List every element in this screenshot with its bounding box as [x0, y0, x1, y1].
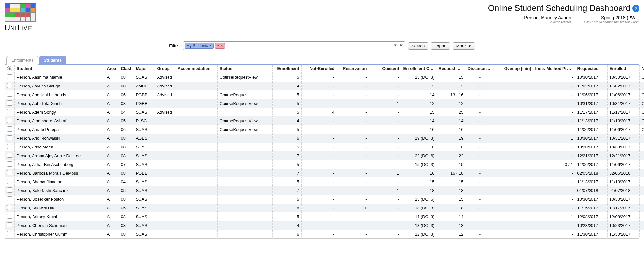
cell-accommodation — [176, 230, 217, 238]
col-not-enrolled[interactable]: Not-Enrolled — [301, 65, 337, 73]
cell-enrollment-credit: 15 (DO: 6) — [401, 195, 437, 204]
table-row[interactable]: Person, Albershardt AshrafA05PLSCCourseR… — [5, 116, 644, 125]
col-group[interactable]: Group — [155, 65, 176, 73]
cell-enrollment: 5 — [272, 160, 301, 169]
cell-enrollment-credit: 15 (DO: 3) — [401, 160, 437, 169]
col-note[interactable]: Note — [639, 65, 644, 73]
row-checkbox[interactable] — [7, 109, 12, 114]
export-button[interactable]: Export — [431, 42, 450, 50]
cell-request-credit: 25 — [437, 108, 466, 116]
table-row[interactable]: Person, Abhidipta GirishA08PGBBCourseReq… — [5, 99, 644, 108]
table-row[interactable]: Person, Chenqin SchumanA08SUAS4---13 (DO… — [5, 221, 644, 230]
col-area[interactable]: Area — [105, 65, 119, 73]
col-requested[interactable]: Requested — [575, 65, 607, 73]
row-checkbox[interactable] — [7, 92, 12, 97]
col-enrollment[interactable]: Enrollment — [272, 65, 301, 73]
row-checkbox[interactable] — [7, 153, 12, 158]
cell-accommodation — [176, 186, 217, 195]
table-row[interactable]: Person, Aric RichwalskiA08AGBS6---19 (DO… — [5, 134, 644, 143]
row-checkbox[interactable] — [7, 100, 12, 106]
cell-distance-conflicts: - — [466, 134, 495, 143]
table-row[interactable]: Person, Bhanot JianqiaoA04SUAS5---1515--… — [5, 177, 644, 186]
cell-requested: 11/02/2017 — [575, 82, 607, 90]
cell-group: Advised — [155, 73, 176, 82]
cell-group — [155, 195, 176, 204]
filter-chip-a[interactable]: A × — [215, 43, 225, 49]
table-row[interactable]: Person, Christopher GummA08SUAS6---12 (D… — [5, 230, 644, 238]
clear-icon[interactable]: ✕ — [399, 43, 403, 48]
cell-overlap — [495, 221, 533, 230]
table-row[interactable]: Person, Arisa MeekA08SUAS5---1616--10/30… — [5, 143, 644, 151]
col-enrollment-credit[interactable]: Enrollment Credit — [401, 65, 437, 73]
cell-request-credit: 18 — [437, 204, 466, 212]
user-name[interactable]: Person, Mauney Aarion — [524, 15, 571, 20]
cell-reservation: - — [337, 177, 369, 186]
logo[interactable]: UNITIME — [5, 3, 36, 32]
col-clasf[interactable]: Clasf — [119, 65, 134, 73]
session-name[interactable]: Spring 2018 (PWL) — [584, 15, 639, 20]
col-reservation[interactable]: Reservation — [337, 65, 369, 73]
chevron-down-icon[interactable]: ▼ — [393, 43, 397, 48]
col-accommodation[interactable]: Accommodation — [176, 65, 217, 73]
close-all-icon[interactable]: ⊗ — [7, 66, 12, 71]
col-major[interactable]: Major — [134, 65, 155, 73]
row-checkbox[interactable] — [7, 231, 12, 236]
table-row[interactable]: Person, Azhar Bin AschenbergA07SUAS5---1… — [5, 160, 644, 169]
tab-students[interactable]: Students — [39, 56, 67, 65]
row-checkbox[interactable] — [7, 222, 12, 228]
table-row[interactable]: Person, Britany KopalA08SUAS5---14 (DO: … — [5, 212, 644, 221]
col-student[interactable]: Student — [14, 65, 105, 73]
row-checkbox[interactable] — [7, 196, 12, 201]
col-status[interactable]: Status — [217, 65, 272, 73]
table-row[interactable]: Person, Barbosa Morais DeMossA08PGBB7--1… — [5, 169, 644, 177]
cell-accommodation — [176, 221, 217, 230]
col-distance-conflicts[interactable]: Distance Conflicts — [466, 65, 495, 73]
help-icon[interactable]: ? — [632, 5, 639, 12]
search-button[interactable]: Search — [408, 42, 428, 50]
row-checkbox[interactable] — [7, 74, 12, 79]
cell-requested: 11/17/2017 — [575, 108, 607, 116]
cell-group — [155, 204, 176, 212]
table-row[interactable]: Person, Abdillahi LathourisA06PGBBAdvise… — [5, 90, 644, 99]
table-row[interactable]: Person, Arman Ajay Annie DesireeA08SUAS7… — [5, 151, 644, 160]
table-row[interactable]: Person, Aayush SlaughA08AMCLAdvised4---1… — [5, 82, 644, 90]
cell-reservation: - — [337, 90, 369, 99]
close-icon[interactable]: × — [209, 44, 212, 48]
filter-input[interactable]: My Students × A × ▼ ✕ — [183, 41, 405, 50]
col-overlap[interactable]: Overlap [min] — [495, 65, 533, 73]
row-checkbox[interactable] — [7, 205, 12, 210]
row-checkbox[interactable] — [7, 170, 12, 175]
cell-major: SUAS — [134, 143, 155, 151]
cell-instr-method: - — [533, 73, 575, 82]
col-request-credit[interactable]: Request Credit — [437, 65, 466, 73]
cell-student: Person, Barbosa Morais DeMoss — [14, 169, 105, 177]
cell-note — [639, 212, 644, 221]
table-row[interactable]: Person, Bole Nishi SanchezA05SUAS7--1181… — [5, 186, 644, 195]
row-checkbox[interactable] — [7, 214, 12, 219]
row-checkbox[interactable] — [7, 161, 12, 167]
cell-requested: 11/13/2017 — [575, 116, 607, 125]
row-checkbox[interactable] — [7, 187, 12, 193]
table-row[interactable]: Person, Amato PerepaA06SUASCourseRequest… — [5, 125, 644, 134]
col-consent[interactable]: Consent — [369, 65, 401, 73]
row-checkbox[interactable] — [7, 126, 12, 132]
row-checkbox[interactable] — [7, 144, 12, 149]
cell-note — [639, 195, 644, 204]
row-checkbox[interactable] — [7, 179, 12, 184]
cell-overlap — [495, 212, 533, 221]
table-row[interactable]: Person, Adem SongyA04SUASAdvised54--1525… — [5, 108, 644, 116]
tab-enrollments[interactable]: Enrollments — [6, 56, 38, 65]
row-checkbox[interactable] — [7, 135, 12, 140]
table-row[interactable]: Person, Aashima MamieA08SUASAdvisedCours… — [5, 73, 644, 82]
filter-chip-my-students[interactable]: My Students × — [185, 43, 214, 49]
row-checkbox[interactable] — [7, 83, 12, 88]
row-checkbox[interactable] — [7, 118, 12, 123]
col-instr-method[interactable]: Instr. Method Preferences — [533, 65, 575, 73]
table-row[interactable]: Person, Bridwell HiralA05SUAS6-1-18 (DO:… — [5, 204, 644, 212]
table-row[interactable]: Person, Bosecker PostonA08SUAS5---15 (DO… — [5, 195, 644, 204]
cell-reservation: - — [337, 73, 369, 82]
close-icon[interactable]: × — [221, 44, 223, 48]
col-enrolled[interactable]: Enrolled — [607, 65, 639, 73]
cell-status — [217, 151, 272, 160]
more-button[interactable]: More ▼ — [453, 42, 475, 50]
